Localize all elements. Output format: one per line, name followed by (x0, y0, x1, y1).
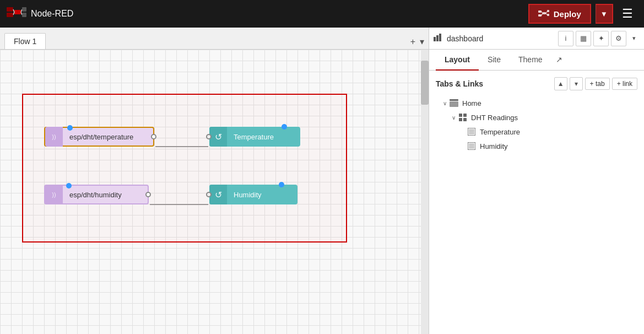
expand-dht-icon: ∨ (449, 113, 458, 122)
mqtt-in-temperature-node[interactable]: )) esp/dht/temperature (44, 127, 154, 147)
home-icon (449, 98, 459, 108)
add-link-label: + link (617, 80, 632, 88)
nodes-icon: ✦ (598, 34, 604, 42)
add-link-button[interactable]: + link (612, 78, 637, 90)
mqtt-in-humidity-node[interactable]: )) esp/dht/humidity (44, 185, 149, 204)
tree-item-humidity[interactable]: Humidity (436, 139, 637, 153)
flow-tab-1[interactable]: Flow 1 (4, 33, 46, 49)
node-red-logo (7, 6, 26, 21)
panel-header: dashboard i ▦ ✦ ⚙ ▾ (429, 28, 644, 50)
svg-line-12 (542, 12, 543, 13)
gauge-humidity-dot (279, 182, 284, 187)
settings-button[interactable]: ⚙ (611, 31, 626, 46)
layout-button[interactable]: ▦ (576, 31, 591, 46)
tree-item-home[interactable]: ∨ Home (436, 96, 637, 110)
dht-readings-label: DHT Readings (471, 114, 518, 122)
gauge-humidity-input-port (206, 192, 212, 197)
chevron-down-icon: ▾ (420, 37, 424, 46)
flow-canvas[interactable]: )) esp/dht/temperature )) esp/dht/humidi… (0, 50, 429, 334)
gauge-humidity-node[interactable]: ↺ Humidity (209, 185, 297, 204)
section-actions: ▲ ▾ + tab + link (554, 77, 637, 90)
app-header: Node-RED Deploy ▼ ☰ (0, 0, 644, 28)
add-flow-button[interactable]: + (410, 37, 415, 47)
gauge-humidity-label: Humidity (227, 191, 268, 199)
mqtt-humidity-output-port (145, 192, 151, 197)
open-dashboard-link[interactable]: ↗ (551, 50, 567, 70)
deploy-button[interactable]: Deploy (528, 4, 591, 24)
svg-rect-19 (436, 35, 439, 41)
svg-rect-2 (14, 10, 21, 14)
tab-theme[interactable]: Theme (510, 50, 551, 71)
right-panel: dashboard i ▦ ✦ ⚙ ▾ Layout Site (429, 28, 644, 334)
widget-temp-icon (467, 127, 477, 137)
flow-tab-label: Flow 1 (14, 37, 36, 46)
no-expand-temp (458, 127, 467, 136)
wave-icon: )) (52, 191, 56, 198)
panel-dropdown-button[interactable]: ▾ (629, 31, 640, 46)
hamburger-menu-button[interactable]: ☰ (618, 4, 637, 23)
svg-line-4 (13, 12, 14, 15)
gauge-temp-input-port (206, 134, 212, 139)
svg-rect-0 (7, 7, 13, 12)
dashboard-icon (434, 34, 442, 41)
gauge-temp-icon: ↺ (209, 127, 227, 147)
tab-site[interactable]: Site (479, 50, 510, 71)
selection-box (22, 94, 347, 243)
move-up-button[interactable]: ▲ (554, 77, 567, 90)
gauge-temperature-node[interactable]: ↺ Temperature (209, 127, 300, 147)
external-link-icon: ↗ (556, 55, 562, 64)
tree-item-temperature[interactable]: Temperature (436, 125, 637, 139)
hamburger-icon: ☰ (622, 7, 633, 20)
deploy-icon (538, 9, 549, 18)
dashboard-tree: ∨ Home ∨ (436, 96, 637, 153)
temperature-leaf-label: Temperature (480, 128, 520, 136)
humidity-leaf-label: Humidity (480, 142, 508, 150)
svg-rect-9 (538, 10, 542, 13)
scrollbar-thumb (421, 61, 429, 105)
arrow-down-icon: ▾ (575, 80, 578, 88)
nodes-button[interactable]: ✦ (593, 31, 609, 46)
svg-rect-20 (439, 34, 441, 41)
deploy-dropdown-button[interactable]: ▼ (596, 4, 613, 24)
tree-item-dht-readings[interactable]: ∨ DHT Readings (436, 110, 637, 125)
gauge-icon: ↺ (215, 190, 222, 200)
svg-rect-23 (459, 114, 462, 117)
svg-rect-30 (469, 143, 474, 149)
gauge-humidity-icon: ↺ (209, 185, 227, 204)
canvas-panel: Flow 1 + ▾ (0, 28, 429, 334)
svg-rect-11 (543, 12, 546, 14)
plus-icon: + (410, 37, 415, 46)
info-icon: i (565, 34, 567, 42)
add-tab-button[interactable]: + tab (585, 78, 610, 90)
no-expand-humidity (458, 142, 467, 150)
chevron-down-icon: ▾ (632, 35, 636, 42)
mqtt-temp-output-port (151, 134, 156, 139)
mqtt-temp-label: esp/dht/temperature (63, 133, 140, 141)
panel-title: dashboard (447, 34, 556, 43)
svg-rect-7 (22, 7, 26, 12)
tabs-links-section-header: Tabs & Links ▲ ▾ + tab + link (436, 77, 637, 90)
svg-rect-25 (459, 118, 462, 121)
logo-area: Node-RED (7, 6, 73, 21)
home-label: Home (462, 99, 481, 107)
add-tab-label: + tab (590, 80, 605, 88)
canvas-scrollbar[interactable] (421, 50, 429, 334)
svg-line-5 (21, 9, 22, 12)
svg-rect-1 (7, 13, 13, 17)
main-area: Flow 1 + ▾ (0, 28, 644, 334)
svg-rect-24 (463, 114, 467, 117)
tabs-links-title: Tabs & Links (436, 79, 483, 88)
tabs-dropdown-button[interactable]: ▾ (420, 36, 424, 47)
tab-layout[interactable]: Layout (436, 50, 479, 71)
info-button[interactable]: i (558, 31, 573, 46)
move-down-button[interactable]: ▾ (570, 77, 583, 90)
svg-rect-16 (547, 10, 549, 12)
widget-humidity-icon (467, 141, 477, 151)
svg-line-14 (546, 12, 547, 13)
tab-svg-icon (450, 99, 458, 107)
mqtt-humidity-dot (66, 183, 72, 188)
mqtt-temp-icon: )) (45, 127, 63, 147)
layout-icon: ▦ (580, 34, 587, 42)
bar-chart-icon (434, 34, 442, 43)
svg-line-3 (13, 9, 14, 12)
